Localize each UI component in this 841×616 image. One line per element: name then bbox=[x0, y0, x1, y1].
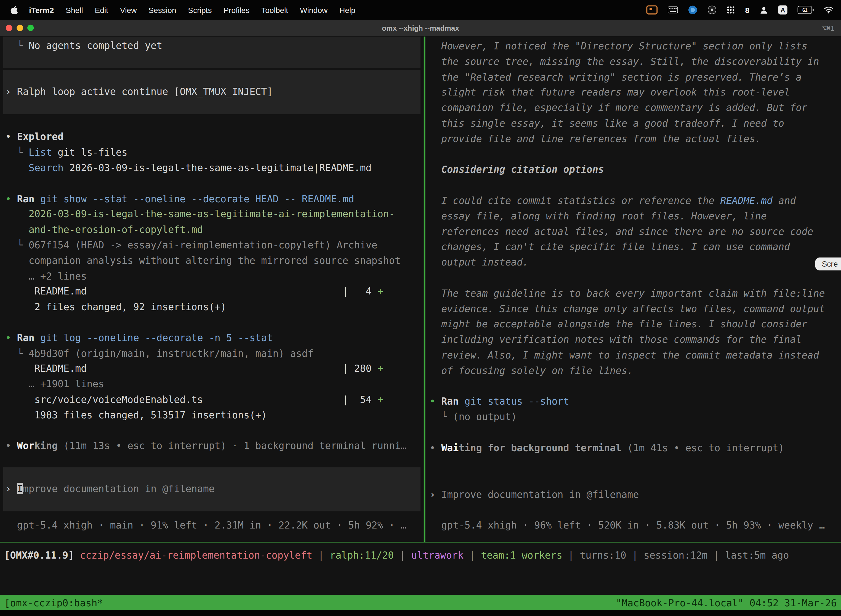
keyboard-icon[interactable] bbox=[668, 6, 678, 13]
terminal-text-segment: git ls-files bbox=[52, 147, 127, 158]
traffic-lights bbox=[0, 25, 34, 31]
terminal-line: Search 2026-03-09-is-legal-the-same-as-l… bbox=[0, 160, 424, 176]
omx-status-segment: session:12m bbox=[644, 550, 708, 561]
terminal-line: › Improve documentation in @filename bbox=[425, 487, 841, 502]
terminal-line: slight risk that future readers may over… bbox=[425, 85, 841, 100]
menu-bar: iTerm2ShellEditViewSessionScriptsProfile… bbox=[0, 0, 841, 20]
terminal-text-segment: 1903 files changed, 513517 insertions(+) bbox=[5, 409, 267, 421]
terminal-line: However, I noticed the "Directory Struct… bbox=[425, 39, 841, 54]
dark-app-icon[interactable] bbox=[708, 5, 716, 14]
menu-item-window[interactable]: Window bbox=[294, 6, 334, 14]
terminal-line: I could cite commit statistics or refere… bbox=[425, 193, 841, 209]
omx-status-segment: | bbox=[562, 550, 580, 561]
terminal-text-segment: • bbox=[5, 131, 17, 142]
terminal-text-segment: essay file, along with finding root file… bbox=[429, 210, 767, 221]
terminal-text-segment: • bbox=[5, 193, 17, 204]
window-shortcut-badge: ⌥⌘1 bbox=[822, 24, 841, 32]
horizontal-separator bbox=[0, 542, 841, 543]
terminal-line bbox=[425, 425, 841, 440]
right-body: However, I noticed the "Directory Struct… bbox=[425, 39, 841, 456]
omx-status-segment: ralph:11/20 bbox=[330, 550, 394, 561]
terminal-line bbox=[0, 315, 424, 330]
terminal-text-segment: (no output) bbox=[453, 411, 517, 422]
terminal-line: of focusing solely on file lines. bbox=[425, 363, 841, 378]
window-title: omx --xhigh --madmax bbox=[0, 24, 841, 32]
zoom-button[interactable] bbox=[27, 25, 34, 31]
terminal-text-segment: The team guideline is to back every impo… bbox=[429, 287, 825, 299]
left-input-box[interactable]: › Improve documentation in @filename bbox=[3, 468, 420, 511]
grid-menu-icon[interactable] bbox=[727, 6, 735, 14]
terminal-text-segment: | 4 bbox=[86, 286, 377, 297]
menu-item-scripts[interactable]: Scripts bbox=[182, 6, 218, 14]
terminal-line bbox=[0, 176, 424, 191]
menu-items: iTerm2ShellEditViewSessionScriptsProfile… bbox=[23, 6, 362, 14]
terminal-text-segment: output instead. bbox=[429, 257, 528, 268]
profile-icon[interactable] bbox=[760, 6, 768, 14]
terminal-text-segment: └ bbox=[5, 348, 28, 359]
menu-item-session[interactable]: Session bbox=[143, 6, 182, 14]
close-button[interactable] bbox=[6, 25, 12, 31]
terminal-line: evidence. Since this change only affects… bbox=[425, 301, 841, 317]
terminal-text-segment: • bbox=[429, 396, 441, 407]
omx-status-segment: team:1 workers bbox=[481, 550, 562, 561]
menu-item-profiles[interactable]: Profiles bbox=[218, 6, 255, 14]
pane-right[interactable]: However, I noticed the "Directory Struct… bbox=[425, 37, 841, 542]
terminal-text-segment: 2 files changed, 92 insertions(+) bbox=[5, 301, 226, 312]
menu-item-help[interactable]: Help bbox=[334, 6, 362, 14]
apple-menu[interactable] bbox=[7, 5, 23, 15]
menu-status-area: 8 A 61 bbox=[646, 5, 834, 14]
terminal-line bbox=[425, 147, 841, 162]
terminal-line: └ List git ls-files bbox=[0, 145, 424, 160]
terminal-text-segment: However, I noticed the "Directory Struct… bbox=[429, 40, 807, 51]
battery-icon[interactable]: 61 bbox=[798, 6, 814, 14]
pane-left[interactable]: └ No agents completed yet› Ralph loop ac… bbox=[0, 37, 424, 542]
terminal-line: README.md | 280 + bbox=[0, 361, 424, 377]
omx-status-segment: | bbox=[708, 550, 725, 561]
terminal-text-segment: gpt-5.4 xhigh · main · 91% left · 2.31M … bbox=[5, 519, 406, 531]
menu-item-edit[interactable]: Edit bbox=[89, 6, 114, 14]
menu-item-iterm2[interactable]: iTerm2 bbox=[23, 6, 60, 14]
terminal-text-segment: Ran bbox=[441, 396, 459, 407]
terminal-text-segment: Explored bbox=[17, 131, 64, 142]
terminal-line: including verification notes with those … bbox=[425, 332, 841, 348]
blue-app-icon[interactable] bbox=[688, 5, 697, 14]
terminal-text-segment: ting for background terminal bbox=[459, 442, 621, 453]
apple-icon bbox=[10, 5, 18, 15]
menu-item-shell[interactable]: Shell bbox=[60, 6, 89, 14]
input-source-icon[interactable]: A bbox=[778, 5, 787, 14]
terminal-text-segment: List bbox=[29, 147, 52, 158]
right-bottom[interactable]: › Improve documentation in @filename gpt… bbox=[425, 487, 841, 533]
terminal-line: └ No agents completed yet bbox=[3, 38, 420, 54]
screen-recording-icon[interactable] bbox=[646, 5, 658, 14]
menu-item-view[interactable]: View bbox=[114, 6, 143, 14]
omx-status-segment: [OMX#0.11.9] bbox=[4, 550, 80, 561]
terminal-line: this single essay, it seems like a good … bbox=[425, 116, 841, 131]
terminal-text-segment: • bbox=[429, 442, 441, 453]
keypad-8-icon[interactable]: 8 bbox=[745, 6, 749, 14]
terminal-text-segment: └ bbox=[429, 411, 453, 422]
terminal-line: └ 067f154 (HEAD -> essay/ai-reimplementa… bbox=[0, 238, 424, 253]
terminal-text-segment: + bbox=[378, 286, 383, 297]
terminal-text-segment: Search bbox=[29, 162, 63, 173]
terminal-text-segment: changes, I can't cite specific file line… bbox=[429, 241, 790, 252]
terminal-line: companion file, especially if more comme… bbox=[425, 100, 841, 116]
terminal-line: the source tree, missing the essay. Stil… bbox=[425, 54, 841, 70]
terminal-line: references need actual files, and since … bbox=[425, 224, 841, 239]
wifi-icon[interactable] bbox=[824, 6, 834, 13]
omx-status-segment: cczip/essay/ai-reimplementation-copyleft bbox=[80, 550, 312, 561]
terminal-text-segment bbox=[5, 162, 28, 173]
omx-status-segment: | bbox=[463, 550, 481, 561]
terminal-text-segment bbox=[459, 396, 464, 407]
terminal-text-segment: evidence. Since this change only affects… bbox=[429, 303, 825, 314]
terminal: └ No agents completed yet› Ralph loop ac… bbox=[0, 37, 841, 616]
terminal-text-segment: Ran bbox=[17, 193, 35, 204]
bottom-strip bbox=[0, 610, 841, 616]
terminal-text-segment: I could cite commit statistics or refere… bbox=[429, 195, 720, 206]
menu-item-toolbelt[interactable]: Toolbelt bbox=[255, 6, 294, 14]
terminal-text-segment: the "Related research writing" section i… bbox=[429, 71, 801, 82]
minimize-button[interactable] bbox=[16, 25, 23, 31]
terminal-text-segment: › bbox=[5, 483, 17, 494]
terminal-text-segment: of focusing solely on file lines. bbox=[429, 365, 633, 376]
omx-status-line: [OMX#0.11.9] cczip/essay/ai-reimplementa… bbox=[0, 548, 841, 563]
terminal-line: and-the-erosion-of-copyleft.md bbox=[0, 222, 424, 238]
